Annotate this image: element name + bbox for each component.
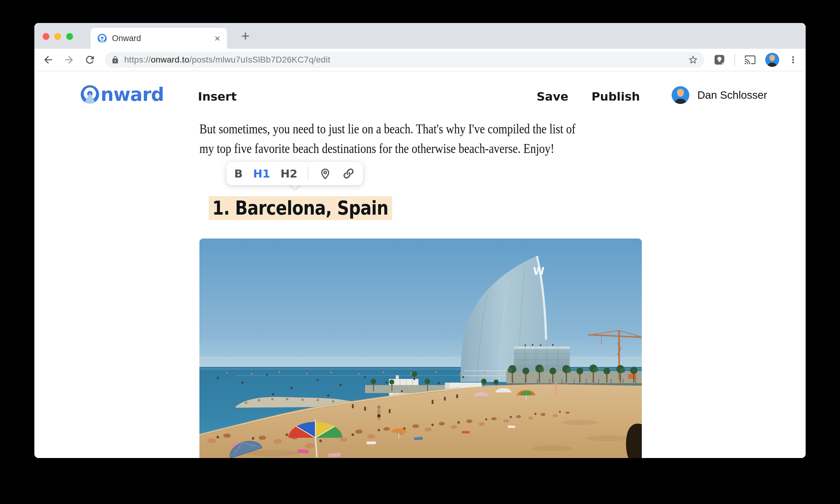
macos-close-button[interactable] (42, 33, 49, 40)
url-domain: onward.to (151, 55, 189, 65)
onward-logo-icon (81, 85, 100, 104)
h1-button[interactable]: H1 (253, 167, 270, 180)
post-image-barcelona-beach[interactable]: W (199, 238, 642, 458)
tab-close-icon[interactable]: × (214, 33, 220, 43)
tab-title: Onward (112, 34, 210, 43)
format-toolbar: B H1 H2 (226, 162, 363, 185)
back-icon[interactable] (42, 54, 54, 66)
lock-icon[interactable] (111, 56, 119, 64)
beach-photo-illustration: W (199, 238, 642, 458)
browser-profile-avatar[interactable] (765, 53, 779, 67)
post-paragraph[interactable]: But sometimes, you need to just lie on a… (199, 119, 576, 159)
tab-strip: Onward × + (34, 23, 806, 49)
toolbar-separator (734, 54, 735, 66)
url-scheme: https:// (124, 55, 151, 65)
post-heading-selected[interactable]: 1. Barcelona, Spain (199, 191, 392, 226)
user-avatar (671, 86, 689, 104)
macos-minimize-button[interactable] (54, 33, 61, 40)
forward-icon[interactable] (63, 54, 75, 66)
user-name: Dan Schlosser (697, 89, 767, 101)
publish-button[interactable]: Publish (592, 89, 640, 104)
new-tab-button[interactable]: + (238, 29, 253, 44)
address-bar[interactable]: https://onward.to/posts/mlwu7uIsSlBb7D26… (105, 52, 704, 68)
save-button[interactable]: Save (537, 89, 568, 104)
post-heading-text: 1. Barcelona, Spain (209, 196, 392, 220)
browser-window: Onward × + https://onward.to/posts/mlwu7… (34, 23, 806, 458)
location-pin-icon[interactable] (319, 167, 332, 180)
hotel-w-sign: W (533, 265, 545, 277)
editor-page: nward Insert Save Publish Dan Schlosser … (34, 71, 806, 458)
reload-icon[interactable] (84, 54, 96, 66)
browser-tab[interactable]: Onward × (90, 28, 227, 49)
onward-logo-text: nward (101, 84, 164, 105)
favicon-onward-icon (97, 33, 107, 43)
bookmark-star-icon[interactable] (688, 55, 698, 65)
menu-dots-icon[interactable] (788, 54, 798, 66)
cast-icon[interactable] (744, 54, 756, 66)
user-menu[interactable]: Dan Schlosser (671, 86, 767, 104)
toolbar-divider (308, 167, 308, 180)
h2-button[interactable]: H2 (280, 167, 297, 180)
url-path: /posts/mlwu7uIsSlBb7D26KC7q/edit (189, 55, 330, 65)
macos-zoom-button[interactable] (66, 33, 73, 40)
bold-button[interactable]: B (234, 167, 243, 180)
keep-extension-icon[interactable] (714, 54, 725, 66)
browser-toolbar: https://onward.to/posts/mlwu7uIsSlBb7D26… (34, 49, 806, 71)
insert-menu-button[interactable]: Insert (198, 89, 237, 104)
desktop: Onward × + https://onward.to/posts/mlwu7… (0, 0, 840, 504)
link-icon[interactable] (342, 167, 355, 180)
url-text: https://onward.to/posts/mlwu7uIsSlBb7D26… (124, 55, 330, 65)
onward-logo[interactable]: nward (81, 84, 164, 105)
